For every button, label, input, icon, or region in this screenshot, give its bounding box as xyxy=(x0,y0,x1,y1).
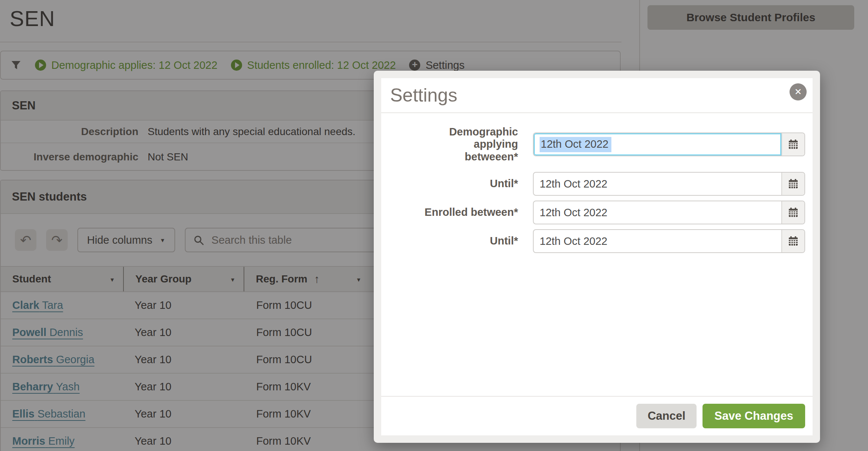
field-demographic-applying-between: Demographic applying betweeen* 12th Oct … xyxy=(381,126,813,163)
cancel-button[interactable]: Cancel xyxy=(636,404,697,428)
save-changes-button[interactable]: Save Changes xyxy=(703,404,805,428)
field-label: Until* xyxy=(418,235,518,247)
screen: SEN Demographic applies: 12 Oct 2022 Stu… xyxy=(0,0,868,451)
date-input-group xyxy=(533,229,805,253)
calendar-picker-button[interactable] xyxy=(781,173,804,195)
modal-header: Settings ✕ xyxy=(381,78,813,113)
demographic-from-date-input[interactable]: 12th Oct 2022 xyxy=(534,133,781,156)
date-input-group: 12th Oct 2022 xyxy=(533,132,805,156)
field-label: Demographic applying betweeen* xyxy=(418,126,518,163)
calendar-picker-button[interactable] xyxy=(781,201,804,224)
close-icon: ✕ xyxy=(794,87,802,97)
field-demographic-until: Until* xyxy=(381,172,813,196)
field-label: Until* xyxy=(418,177,518,190)
modal-footer: Cancel Save Changes xyxy=(381,396,813,435)
calendar-icon xyxy=(787,235,799,247)
field-enrolled-between: Enrolled between* xyxy=(381,201,813,224)
date-input-group xyxy=(533,172,805,196)
calendar-icon xyxy=(787,138,799,150)
save-button-label: Save Changes xyxy=(714,409,793,423)
field-label: Enrolled between* xyxy=(418,206,518,218)
modal-title: Settings xyxy=(390,84,457,106)
settings-modal-panel: Settings ✕ Demographic applying betweeen… xyxy=(381,78,813,435)
enrolled-until-date-input[interactable] xyxy=(534,230,781,252)
settings-modal: Settings ✕ Demographic applying betweeen… xyxy=(374,71,820,443)
calendar-icon xyxy=(787,178,799,190)
close-button[interactable]: ✕ xyxy=(790,83,807,100)
calendar-picker-button[interactable] xyxy=(781,133,804,156)
selected-text: 12th Oct 2022 xyxy=(540,137,611,152)
calendar-icon xyxy=(787,207,799,218)
cancel-button-label: Cancel xyxy=(647,409,685,423)
enrolled-from-date-input[interactable] xyxy=(534,201,781,224)
modal-body: Demographic applying betweeen* 12th Oct … xyxy=(381,113,813,396)
date-input-group xyxy=(533,201,805,224)
demographic-until-date-input[interactable] xyxy=(534,173,781,195)
calendar-picker-button[interactable] xyxy=(781,230,804,252)
field-enrolled-until: Until* xyxy=(381,229,813,253)
